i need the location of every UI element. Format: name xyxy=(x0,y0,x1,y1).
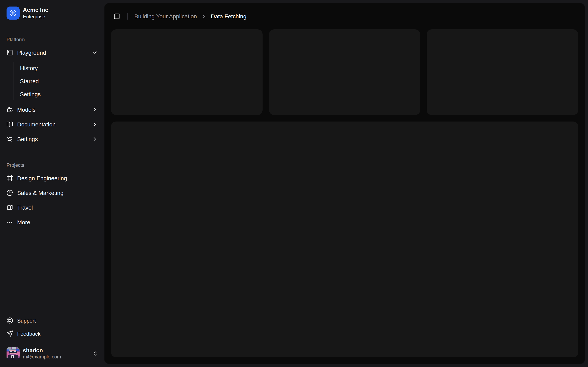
sidebar-item-support[interactable]: Support xyxy=(3,315,101,326)
team-switcher[interactable]: Acme Inc Enterprise xyxy=(3,3,101,23)
sidebar-group-label: Platform xyxy=(3,33,101,46)
sidebar-group-platform: Platform Playground History Starred xyxy=(3,33,101,145)
sidebar-item-sales-marketing[interactable]: Sales & Marketing xyxy=(3,186,101,199)
platform-menu: Playground History Starred Settings xyxy=(3,46,101,145)
sidebar-group-label: Projects xyxy=(3,158,101,171)
sidebar-item-label: Models xyxy=(17,106,35,113)
sidebar-item-feedback[interactable]: Feedback xyxy=(3,328,101,339)
playground-submenu: History Starred Settings xyxy=(13,62,101,100)
team-plan: Enterprise xyxy=(23,14,48,20)
chevron-right-icon xyxy=(91,136,98,142)
header-divider xyxy=(127,13,128,20)
pie-chart-icon xyxy=(7,189,13,196)
user-menu[interactable]: shadcn m@example.com xyxy=(3,343,101,364)
panel-left-icon xyxy=(113,13,120,20)
sidebar-item-label: Documentation xyxy=(17,121,56,127)
breadcrumb-current: Data Fetching xyxy=(211,13,246,20)
chevron-right-icon xyxy=(91,106,98,113)
placeholder-card xyxy=(427,29,578,115)
sidebar-item-label: Support xyxy=(17,317,36,324)
user-email: m@example.com xyxy=(23,354,61,360)
sidebar-item-label: More xyxy=(17,219,30,225)
placeholder-cards-row xyxy=(111,29,578,115)
map-icon xyxy=(7,204,13,211)
content-area xyxy=(104,29,585,364)
book-open-icon xyxy=(7,121,13,127)
sliders-icon xyxy=(7,136,13,142)
sidebar-group-projects: Projects Design Engineering Sales & Mark… xyxy=(3,158,101,229)
sidebar-toggle-button[interactable] xyxy=(111,11,122,22)
placeholder-panel xyxy=(111,122,578,357)
sidebar-item-travel[interactable]: Travel xyxy=(3,201,101,214)
sidebar-item-settings[interactable]: Settings xyxy=(3,132,101,145)
life-buoy-icon xyxy=(7,317,13,324)
sidebar-item-label: Feedback xyxy=(17,331,40,337)
sidebar-item-models[interactable]: Models xyxy=(3,103,101,116)
sidebar-subitem-history[interactable]: History xyxy=(17,62,101,74)
chevron-down-icon xyxy=(91,49,98,56)
breadcrumb-separator-icon xyxy=(201,13,207,19)
sidebar-item-label: Playground xyxy=(17,49,46,56)
breadcrumb: Building Your Application Data Fetching xyxy=(134,13,246,20)
sidebar-subitem-label: Settings xyxy=(20,91,41,97)
chevrons-up-down-icon xyxy=(92,351,98,356)
sidebar-item-more[interactable]: More xyxy=(3,216,101,229)
send-icon xyxy=(7,330,13,337)
main-panel: Building Your Application Data Fetching xyxy=(104,3,585,364)
main-header: Building Your Application Data Fetching xyxy=(104,3,585,29)
sidebar: Acme Inc Enterprise Platform Playground … xyxy=(0,0,104,367)
sidebar-item-design-engineering[interactable]: Design Engineering xyxy=(3,171,101,184)
secondary-menu: Support Feedback xyxy=(3,315,101,339)
frame-icon xyxy=(7,175,13,181)
projects-menu: Design Engineering Sales & Marketing Tra… xyxy=(3,171,101,229)
bot-icon xyxy=(7,106,13,113)
chevron-right-icon xyxy=(91,121,98,127)
user-name: shadcn xyxy=(23,347,61,354)
sidebar-item-playground[interactable]: Playground xyxy=(3,46,101,59)
command-icon xyxy=(7,7,20,20)
sidebar-subitem-settings[interactable]: Settings xyxy=(17,88,101,100)
sidebar-subitem-label: History xyxy=(20,65,38,71)
avatar xyxy=(7,347,20,360)
sidebar-item-label: Design Engineering xyxy=(17,175,67,181)
app-window: Acme Inc Enterprise Platform Playground … xyxy=(0,0,588,367)
placeholder-card xyxy=(269,29,420,115)
sidebar-item-label: Travel xyxy=(17,204,33,211)
breadcrumb-parent[interactable]: Building Your Application xyxy=(134,13,197,20)
ellipsis-icon xyxy=(7,219,13,225)
sidebar-subitem-starred[interactable]: Starred xyxy=(17,75,101,87)
placeholder-card xyxy=(111,29,262,115)
sidebar-item-documentation[interactable]: Documentation xyxy=(3,118,101,131)
team-meta: Acme Inc Enterprise xyxy=(23,7,48,20)
sidebar-subitem-label: Starred xyxy=(20,78,39,84)
user-meta: shadcn m@example.com xyxy=(23,347,61,360)
sidebar-item-label: Sales & Marketing xyxy=(17,189,63,196)
sidebar-footer: Support Feedback xyxy=(3,315,101,364)
team-name: Acme Inc xyxy=(23,7,48,14)
square-terminal-icon xyxy=(7,49,13,56)
sidebar-item-label: Settings xyxy=(17,136,38,142)
